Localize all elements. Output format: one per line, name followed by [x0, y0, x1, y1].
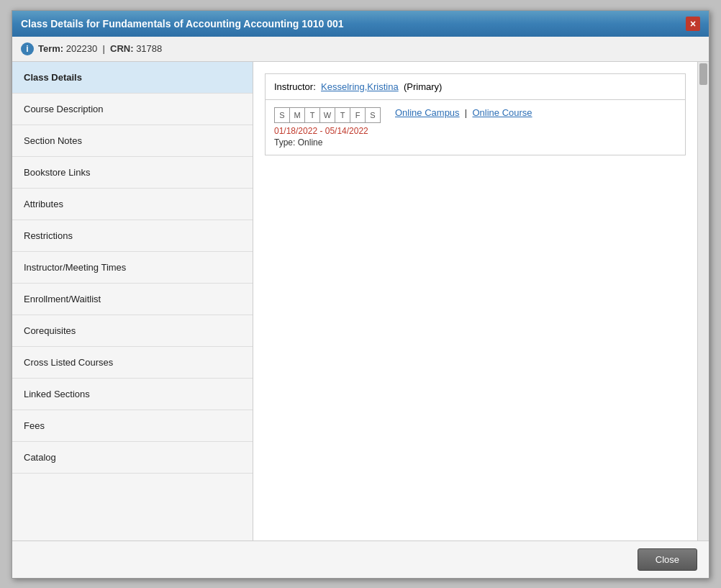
content-panel: Instructor: Kesselring,Kristina (Primary… — [253, 62, 697, 540]
instructor-name-link[interactable]: Kesselring,Kristina — [321, 81, 399, 92]
crn-label: CRN: — [110, 43, 134, 54]
info-icon: i — [21, 42, 34, 55]
scrollbar-thumb[interactable] — [699, 63, 707, 85]
day-T1: T — [304, 107, 320, 123]
title-bar-close-button[interactable]: × — [686, 17, 700, 31]
term-value: 202230 — [66, 43, 97, 54]
schedule-type: Type: Online — [274, 137, 381, 148]
day-S2: S — [365, 107, 381, 123]
sidebar-item-section-notes[interactable]: Section Notes — [12, 125, 253, 157]
close-button[interactable]: Close — [638, 548, 697, 571]
sidebar: Class Details Course Description Section… — [12, 62, 253, 540]
main-content: Class Details Course Description Section… — [12, 62, 709, 540]
title-bar: Class Details for Fundamentals of Accoun… — [12, 11, 709, 37]
term-label: Term: — [38, 43, 63, 54]
day-M: M — [289, 107, 305, 123]
sidebar-item-corequisites[interactable]: Corequisites — [12, 315, 253, 347]
sidebar-item-course-description[interactable]: Course Description — [12, 94, 253, 125]
sidebar-item-cross-listed-courses[interactable]: Cross Listed Courses — [12, 347, 253, 379]
sidebar-item-bookstore-links[interactable]: Bookstore Links — [12, 157, 253, 189]
day-W: W — [319, 107, 335, 123]
day-F: F — [350, 107, 366, 123]
sidebar-item-linked-sections[interactable]: Linked Sections — [12, 379, 253, 410]
instructor-label: Instructor: — [274, 81, 316, 92]
type-label: Type: — [274, 137, 295, 148]
instructor-type: (Primary) — [404, 81, 442, 92]
sidebar-item-class-details[interactable]: Class Details — [12, 62, 253, 94]
campus-separator: | — [465, 107, 467, 118]
schedule-left: S M T W T F S 01/18/2022 - 05/14/2022 Ty… — [274, 107, 381, 148]
day-S1: S — [274, 107, 290, 123]
scrollbar[interactable] — [697, 62, 709, 540]
day-grid: S M T W T F S — [274, 107, 381, 123]
sidebar-item-catalog[interactable]: Catalog — [12, 442, 253, 474]
date-range: 01/18/2022 - 05/14/2022 — [274, 126, 381, 136]
sidebar-item-restrictions[interactable]: Restrictions — [12, 220, 253, 252]
dialog-title: Class Details for Fundamentals of Accoun… — [21, 18, 344, 30]
crn-value: 31788 — [136, 43, 162, 54]
day-T2: T — [335, 107, 350, 123]
online-course-link[interactable]: Online Course — [472, 107, 532, 118]
dialog: Class Details for Fundamentals of Accoun… — [12, 10, 709, 579]
campus-links: Online Campus | Online Course — [395, 107, 532, 118]
sidebar-item-attributes[interactable]: Attributes — [12, 189, 253, 220]
type-value: Online — [298, 137, 323, 148]
sidebar-item-fees[interactable]: Fees — [12, 410, 253, 442]
sidebar-item-enrollment-waitlist[interactable]: Enrollment/Waitlist — [12, 284, 253, 315]
info-bar: i Term: 202230 | CRN: 31788 — [12, 37, 709, 62]
sidebar-item-instructor-meeting-times[interactable]: Instructor/Meeting Times — [12, 252, 253, 284]
online-campus-link[interactable]: Online Campus — [395, 107, 460, 118]
instructor-header: Instructor: Kesselring,Kristina (Primary… — [266, 74, 685, 100]
footer: Close — [12, 540, 709, 578]
schedule-row: S M T W T F S 01/18/2022 - 05/14/2022 Ty… — [266, 100, 685, 155]
info-text: Term: 202230 | CRN: 31788 — [38, 43, 162, 54]
instructor-card: Instructor: Kesselring,Kristina (Primary… — [265, 73, 686, 155]
